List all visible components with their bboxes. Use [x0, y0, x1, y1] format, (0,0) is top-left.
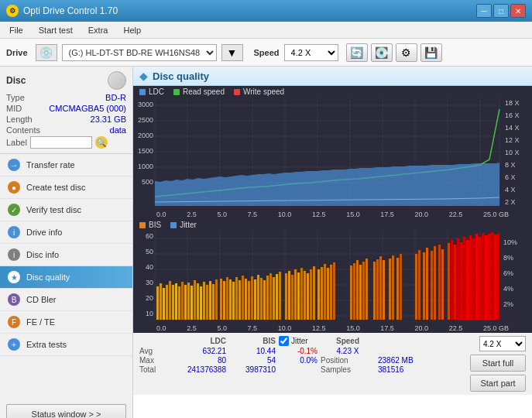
- svg-rect-82: [242, 276, 244, 320]
- chart-header-icon: ◆: [139, 70, 148, 82]
- fe-te-icon: F: [8, 316, 20, 328]
- svg-rect-89: [263, 280, 266, 320]
- svg-rect-36: [133, 231, 532, 324]
- disc-mid-value: CMCMAGBA5 (000): [49, 104, 126, 113]
- speed-select[interactable]: 4.2 X: [284, 44, 338, 61]
- svg-rect-142: [475, 234, 478, 320]
- svg-rect-147: [491, 232, 493, 320]
- nav-create-test-disc-label: Create test disc: [26, 183, 85, 192]
- jitter-checkbox[interactable]: [279, 336, 289, 346]
- avg-jitter: -0.1%: [279, 347, 317, 355]
- status-window-button[interactable]: Status window > >: [6, 404, 126, 418]
- svg-rect-67: [194, 280, 196, 320]
- nav-extra-tests[interactable]: + Extra tests: [0, 334, 132, 356]
- disc-button[interactable]: 💽: [371, 43, 393, 62]
- svg-rect-79: [232, 282, 235, 320]
- maximize-button[interactable]: □: [493, 4, 509, 18]
- chart-title: Disc quality: [153, 70, 209, 82]
- start-part-button[interactable]: Start part: [470, 375, 526, 392]
- svg-rect-60: [172, 285, 174, 320]
- svg-text:2000: 2000: [138, 132, 153, 139]
- nav-transfer-rate[interactable]: → Transfer rate: [0, 154, 132, 176]
- drive-bar: Drive 💿 (G:) HL-DT-ST BD-RE WH16NS48 1.D…: [0, 39, 532, 67]
- quality-speed-select[interactable]: 4.2 X: [479, 336, 526, 351]
- drive-select[interactable]: (G:) HL-DT-ST BD-RE WH16NS48 1.D3: [62, 44, 217, 61]
- svg-rect-66: [190, 286, 193, 320]
- jitter-legend-dot: [170, 222, 177, 228]
- svg-rect-101: [304, 271, 306, 320]
- minimize-button[interactable]: ─: [476, 4, 492, 18]
- avg-speed: 4.23 X: [321, 347, 375, 355]
- svg-text:18 X: 18 X: [505, 99, 520, 107]
- bottom-chart: // This will be rendered as static SVG r…: [133, 231, 532, 324]
- svg-rect-86: [254, 279, 256, 320]
- svg-rect-97: [291, 275, 293, 320]
- nav-create-test-disc[interactable]: ● Create test disc: [0, 176, 132, 199]
- status-window-label: Status window > >: [32, 409, 101, 418]
- nav-cd-bler[interactable]: B CD Bler: [0, 289, 132, 311]
- svg-rect-133: [448, 243, 450, 320]
- max-label: Max: [139, 356, 167, 365]
- nav-fe-te[interactable]: F FE / TE: [0, 311, 132, 334]
- refresh-button[interactable]: 🔄: [346, 43, 368, 62]
- svg-rect-125: [415, 254, 417, 320]
- svg-rect-115: [362, 262, 365, 320]
- disc-label-input[interactable]: [30, 136, 92, 149]
- close-button[interactable]: ✕: [510, 4, 526, 18]
- settings-button[interactable]: ⚙: [396, 43, 417, 62]
- disc-contents-value: data: [110, 125, 126, 135]
- svg-rect-141: [472, 238, 475, 320]
- svg-rect-64: [184, 285, 187, 320]
- disc-title: Disc: [6, 75, 26, 86]
- nav-disc-quality-label: Disc quality: [26, 272, 70, 282]
- drive-arrow-icon[interactable]: ▼: [221, 44, 243, 61]
- svg-rect-75: [220, 279, 222, 320]
- svg-text:2500: 2500: [138, 116, 153, 124]
- save-button[interactable]: 💾: [420, 43, 442, 62]
- start-full-label: Start full: [482, 358, 513, 368]
- start-part-label: Start part: [480, 379, 515, 388]
- svg-rect-99: [297, 272, 300, 320]
- svg-rect-77: [226, 277, 228, 320]
- jitter-checkbox-group[interactable]: Jitter: [279, 336, 317, 346]
- nav-disc-info-label: Disc info: [26, 250, 59, 259]
- max-ldc: 80: [170, 356, 226, 365]
- bis-header: BIS: [229, 337, 276, 345]
- drive-info-icon: i: [8, 226, 20, 238]
- disc-mid-label: MID: [6, 104, 22, 113]
- avg-ldc: 632.21: [170, 347, 226, 355]
- nav-verify-test-disc[interactable]: ✓ Verify test disc: [0, 199, 132, 221]
- nav-fe-te-label: FE / TE: [26, 317, 55, 327]
- svg-rect-63: [181, 282, 184, 320]
- start-full-button[interactable]: Start full: [470, 355, 526, 372]
- top-chart-legend: LDC Read speed Write speed: [133, 86, 532, 98]
- svg-text:1500: 1500: [138, 147, 153, 155]
- svg-text:10 X: 10 X: [505, 149, 520, 156]
- svg-rect-140: [469, 235, 472, 320]
- svg-rect-56: [160, 283, 162, 320]
- drive-eject-icon[interactable]: 💿: [36, 44, 57, 61]
- svg-rect-91: [269, 273, 272, 320]
- svg-rect-93: [276, 274, 278, 320]
- svg-rect-109: [330, 265, 332, 320]
- svg-rect-121: [389, 259, 391, 320]
- menu-extra[interactable]: Extra: [82, 24, 115, 36]
- menu-help[interactable]: Help: [117, 24, 147, 36]
- svg-rect-144: [482, 233, 484, 320]
- svg-rect-92: [273, 277, 275, 320]
- menu-file[interactable]: File: [3, 24, 29, 36]
- svg-text:4%: 4%: [503, 285, 513, 293]
- menu-start-test[interactable]: Start test: [33, 24, 79, 36]
- window-controls: ─ □ ✕: [476, 4, 526, 18]
- nav-disc-quality[interactable]: ★ Disc quality: [0, 266, 132, 289]
- svg-rect-128: [426, 248, 428, 320]
- svg-rect-83: [245, 279, 247, 320]
- svg-text:10%: 10%: [503, 238, 517, 246]
- position-val: 23862 MB: [378, 356, 432, 365]
- write-legend-label: Write speed: [243, 87, 284, 96]
- disc-info-icon: i: [8, 248, 20, 261]
- nav-disc-info[interactable]: i Disc info: [0, 244, 132, 266]
- disc-label-icon[interactable]: 🔍: [95, 136, 108, 149]
- nav-drive-info[interactable]: i Drive info: [0, 221, 132, 244]
- max-bis: 54: [229, 356, 276, 365]
